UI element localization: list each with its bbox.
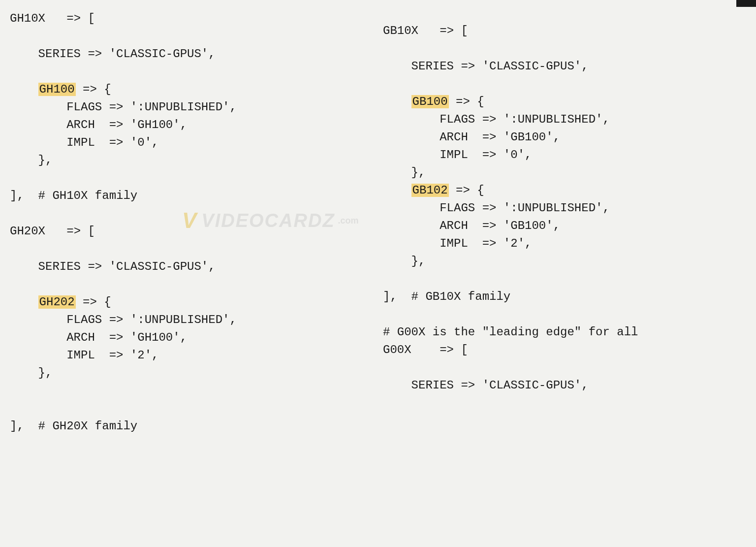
g00x-arrow: => [ [411, 343, 468, 356]
gh20x-arrow: => [ [45, 225, 95, 238]
gh100-arch: ARCH => 'GH100', [10, 118, 187, 131]
gh100-chip-highlight: GH100 [38, 83, 76, 96]
left-column: GH10X => [ SERIES => 'CLASSIC-GPUS', GH1… [10, 10, 373, 435]
gh202-arrow: => { [76, 295, 111, 309]
gb10x-name: GB10X [383, 24, 418, 37]
gh202-indent [10, 295, 38, 309]
gb102-impl: IMPL => '2', [383, 237, 532, 250]
gh202-chip-highlight: GH202 [38, 295, 76, 309]
gb100-close: }, [383, 166, 425, 179]
gb102-arch: ARCH => 'GB100', [383, 219, 560, 232]
gh10x-name: GH10X [10, 12, 45, 25]
gb100-arch: ARCH => 'GB100', [383, 130, 560, 144]
gb102-arrow: => { [449, 184, 484, 197]
gb100-arrow: => { [449, 95, 484, 108]
gh202-close: }, [10, 366, 52, 380]
gh20x-name: GH20X [10, 225, 45, 238]
gb102-close: }, [383, 255, 425, 268]
gh20x-series: SERIES => 'CLASSIC-GPUS', [10, 260, 216, 273]
gb10x-series: SERIES => 'CLASSIC-GPUS', [383, 60, 589, 73]
gb100-impl: IMPL => '0', [383, 148, 532, 161]
gb100-flags: FLAGS => ':UNPUBLISHED', [383, 113, 610, 126]
g00x-comment: # G00X is the "leading edge" for all [383, 325, 638, 339]
gh100-indent [10, 83, 38, 96]
gb102-flags: FLAGS => ':UNPUBLISHED', [383, 201, 610, 215]
gh202-impl: IMPL => '2', [10, 349, 158, 362]
gh100-impl: IMPL => '0', [10, 136, 158, 149]
gb10x-close: ], # GB10X family [383, 290, 510, 303]
gh10x-series: SERIES => 'CLASSIC-GPUS', [10, 47, 216, 61]
right-column: GB10X => [ SERIES => 'CLASSIC-GPUS', GB1… [383, 10, 746, 435]
gb10x-arrow: => [ [418, 24, 468, 37]
gh10x-close: ], # GH10X family [10, 189, 137, 202]
g00x-name: G00X [383, 343, 411, 356]
gh100-close: }, [10, 154, 52, 167]
gb100-chip-highlight: GB100 [411, 95, 449, 108]
gh202-arch: ARCH => 'GH100', [10, 331, 187, 344]
top-black-bar [736, 0, 756, 7]
code-columns: GH10X => [ SERIES => 'CLASSIC-GPUS', GH1… [10, 10, 746, 435]
gh10x-arrow: => [ [45, 12, 95, 25]
gh100-flags: FLAGS => ':UNPUBLISHED', [10, 100, 237, 114]
g00x-series: SERIES => 'CLASSIC-GPUS', [383, 379, 589, 392]
gh100-arrow: => { [76, 83, 111, 96]
gb102-chip-highlight: GB102 [411, 184, 449, 197]
gb102-indent [383, 184, 411, 197]
gb100-indent [383, 95, 411, 108]
gh20x-close: ], # GH20X family [10, 419, 137, 433]
gh202-flags: FLAGS => ':UNPUBLISHED', [10, 313, 237, 326]
